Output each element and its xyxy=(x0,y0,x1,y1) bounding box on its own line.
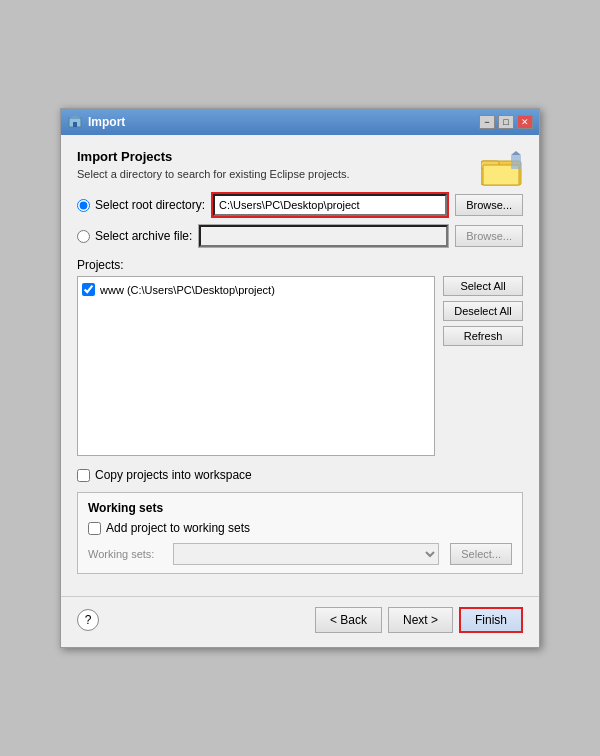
title-bar: Import − □ ✕ xyxy=(61,109,539,135)
ws-select[interactable] xyxy=(173,543,439,565)
next-button[interactable]: Next > xyxy=(388,607,453,633)
window-icon xyxy=(67,114,83,130)
ws-label: Working sets: xyxy=(88,548,168,560)
minimize-button[interactable]: − xyxy=(479,115,495,129)
archive-input[interactable] xyxy=(199,225,448,247)
root-dir-label: Select root directory: xyxy=(95,198,205,212)
page-description: Select a directory to search for existin… xyxy=(77,168,350,180)
add-ws-row: Add project to working sets xyxy=(88,521,512,535)
project-item-label: www (C:\Users\PC\Desktop\project) xyxy=(100,284,275,296)
folder-icon xyxy=(481,151,523,187)
projects-action-buttons: Select All Deselect All Refresh xyxy=(443,276,523,456)
page-title: Import Projects xyxy=(77,149,350,164)
working-sets-section: Working sets Add project to working sets… xyxy=(77,492,523,574)
add-ws-checkbox[interactable] xyxy=(88,522,101,535)
root-dir-input-wrapper xyxy=(211,192,449,218)
browse-archive-button[interactable]: Browse... xyxy=(455,225,523,247)
copy-label: Copy projects into workspace xyxy=(95,468,252,482)
close-button[interactable]: ✕ xyxy=(517,115,533,129)
ws-select-row: Working sets: Select... xyxy=(88,543,512,565)
title-buttons: − □ ✕ xyxy=(479,115,533,129)
projects-label: Projects: xyxy=(77,258,523,272)
dialog-footer: ? < Back Next > Finish xyxy=(61,596,539,647)
projects-list[interactable]: www (C:\Users\PC\Desktop\project) xyxy=(77,276,435,456)
archive-radio[interactable] xyxy=(77,230,90,243)
ws-select-button[interactable]: Select... xyxy=(450,543,512,565)
svg-rect-2 xyxy=(73,122,77,127)
browse-root-button[interactable]: Browse... xyxy=(455,194,523,216)
finish-button[interactable]: Finish xyxy=(459,607,523,633)
list-item: www (C:\Users\PC\Desktop\project) xyxy=(82,281,430,298)
deselect-all-button[interactable]: Deselect All xyxy=(443,301,523,321)
copy-checkbox-row: Copy projects into workspace xyxy=(77,468,523,482)
copy-checkbox[interactable] xyxy=(77,469,90,482)
svg-marker-7 xyxy=(511,151,521,155)
archive-row: Select archive file: Browse... xyxy=(77,224,523,248)
maximize-button[interactable]: □ xyxy=(498,115,514,129)
window-title: Import xyxy=(88,115,125,129)
root-dir-row: Select root directory: Browse... xyxy=(77,192,523,218)
archive-input-wrapper xyxy=(198,224,449,248)
select-all-button[interactable]: Select All xyxy=(443,276,523,296)
import-dialog: Import − □ ✕ Import Projects Select a di… xyxy=(60,108,540,648)
add-ws-label: Add project to working sets xyxy=(106,521,250,535)
archive-label: Select archive file: xyxy=(95,229,192,243)
project-checkbox[interactable] xyxy=(82,283,95,296)
back-button[interactable]: < Back xyxy=(315,607,382,633)
help-button[interactable]: ? xyxy=(77,609,99,631)
refresh-button[interactable]: Refresh xyxy=(443,326,523,346)
footer-buttons: < Back Next > Finish xyxy=(315,607,523,633)
projects-area: www (C:\Users\PC\Desktop\project) Select… xyxy=(77,276,523,456)
root-dir-input[interactable] xyxy=(213,194,447,216)
svg-rect-6 xyxy=(511,155,521,169)
svg-marker-1 xyxy=(69,115,81,118)
root-dir-radio[interactable] xyxy=(77,199,90,212)
working-sets-title: Working sets xyxy=(88,501,512,515)
